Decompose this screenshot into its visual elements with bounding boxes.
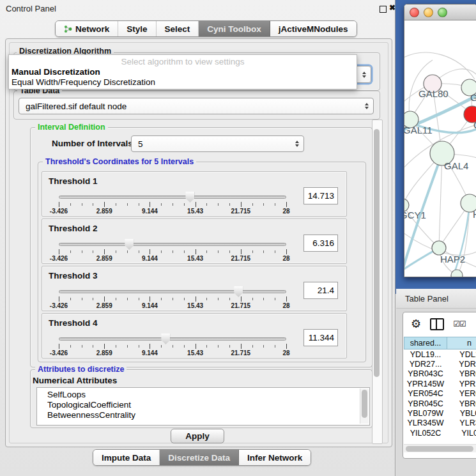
name-cell[interactable]: YBR0 [447, 369, 476, 379]
table-row[interactable]: YER054CYER0 [404, 389, 476, 399]
tick-label: 21.715 [231, 349, 251, 357]
algorithm-option-equal-width[interactable]: Equal Width/Frequency Discretization [12, 77, 155, 87]
shared-name-cell[interactable]: YDR27... [404, 359, 447, 369]
network-node[interactable] [451, 270, 463, 277]
algorithm-option-manual[interactable]: Manual Discretization [12, 67, 100, 77]
tick-mark [150, 296, 150, 302]
shared-name-cell[interactable]: YLR345W [404, 418, 447, 428]
slider-thumb[interactable] [125, 239, 134, 250]
table-row[interactable]: YBR045CYBR0 [404, 399, 476, 408]
slider-track[interactable] [59, 337, 286, 341]
attribute-item[interactable]: TopologicalCoefficient [37, 400, 369, 410]
algorithm-popup-prompt: Select algorithm to view settings [9, 57, 357, 66]
name-cell[interactable]: YPR1 [447, 379, 476, 388]
tick-mark [139, 203, 139, 206]
table-row[interactable]: YLR345WYLR3 [404, 418, 476, 428]
tick-mark [116, 250, 116, 253]
tick-mark [127, 203, 128, 206]
table-row[interactable]: YDL19...YDL1 [404, 349, 476, 359]
shared-name-cell[interactable]: YBR045C [404, 399, 447, 408]
shared-name-cell[interactable]: YBR043C [404, 369, 447, 379]
tick-mark [93, 298, 93, 300]
table-settings-gear-icon[interactable]: ⚙ [411, 318, 421, 330]
close-traffic-light[interactable] [410, 8, 419, 17]
close-panel-icon[interactable]: ✖ [389, 3, 395, 12]
table-row[interactable]: YBR043CYBR0 [404, 369, 476, 379]
tab-discretize-data[interactable]: Discretize Data [160, 450, 239, 465]
table-row[interactable]: YDR27...YDR2 [404, 359, 476, 369]
table-horizontal-scrollbar[interactable] [404, 444, 476, 452]
tab-infer-network[interactable]: Infer Network [239, 450, 311, 465]
threshold-1-slider[interactable]: -3.4262.8599.14415.4321.71528 [59, 194, 286, 215]
table-data-select[interactable]: galFiltered.sif default node [19, 98, 374, 114]
tab-impute-data[interactable]: Impute Data [93, 450, 160, 465]
attribute-item[interactable]: SelfLoops [37, 390, 369, 400]
tick-label: 15.43 [187, 255, 203, 262]
main-vscroll-thumb[interactable] [374, 129, 380, 377]
threshold-3-value-field[interactable]: 21.4 [303, 282, 338, 299]
name-cell[interactable]: YBL0 [447, 408, 476, 418]
algorithm-select-stepper [362, 72, 366, 78]
slider-track[interactable] [59, 196, 286, 199]
table-hscroll-thumb[interactable] [406, 446, 473, 452]
slider-tick-labels: -3.4262.8599.14415.4321.71528 [59, 302, 286, 309]
shared-name-cell[interactable]: YBL079W [404, 408, 447, 418]
threshold-3-slider[interactable]: -3.4262.8599.14415.4321.71528 [59, 288, 286, 310]
table-row[interactable]: YBL079WYBL0 [404, 408, 476, 418]
threshold-2-panel: Threshold 2 -3.4262.8599.14415.4321.7152… [42, 219, 347, 264]
shared-name-cell[interactable]: YER054C [404, 389, 447, 399]
threshold-4-value-field[interactable]: 11.344 [303, 329, 338, 346]
attributes-scroll-thumb[interactable] [362, 390, 367, 418]
threshold-2-value-field[interactable]: 6.316 [303, 234, 338, 252]
shared-name-cell[interactable]: YIL052C [404, 428, 447, 438]
name-cell[interactable]: YER0 [447, 389, 476, 399]
main-vertical-scrollbar[interactable] [372, 119, 383, 444]
column-header-shared-name[interactable]: shared... [404, 337, 447, 349]
threshold-2-slider[interactable]: -3.4262.8599.14415.4321.71528 [59, 241, 286, 263]
attributes-list-scrollbar[interactable] [360, 388, 369, 424]
select-columns-icon[interactable]: ☑☑ [453, 319, 466, 328]
name-cell[interactable]: YDR2 [447, 359, 476, 369]
slider-track[interactable] [59, 290, 286, 293]
name-cell[interactable]: YDL1 [447, 349, 476, 359]
table-row[interactable]: YPR145WYPR1 [404, 379, 476, 388]
minimize-traffic-light[interactable] [424, 8, 433, 17]
threshold-1-value-field[interactable]: 14.713 [303, 187, 338, 204]
slider-tick-labels: -3.4262.8599.14415.4321.71528 [59, 255, 286, 262]
slider-track[interactable] [59, 243, 286, 246]
tick-mark [218, 298, 219, 300]
number-of-intervals-select[interactable]: 5 [131, 135, 304, 152]
name-cell[interactable]: YLR3 [447, 418, 476, 428]
column-layout-icon[interactable] [430, 318, 444, 330]
network-node-hap2[interactable] [432, 241, 446, 255]
network-window-titlebar[interactable] [404, 4, 476, 20]
slider-thumb[interactable] [161, 334, 170, 344]
threshold-2-label: Threshold 2 [49, 224, 98, 233]
tick-mark [150, 249, 150, 254]
network-canvas[interactable]: GAL80GACGAL11GAL4GCY1HHAP2 [404, 20, 476, 277]
tick-mark [161, 250, 162, 253]
name-cell[interactable]: YIL0 [447, 428, 476, 438]
slider-thumb[interactable] [185, 192, 194, 203]
network-nodes[interactable] [404, 75, 476, 277]
tick-mark [59, 296, 59, 302]
threshold-4-slider[interactable]: -3.4262.8599.14415.4321.71528 [59, 335, 286, 357]
tick-label: 28 [282, 255, 289, 262]
shared-name-cell[interactable]: YDL19... [404, 349, 447, 359]
tab-select[interactable]: Select [157, 21, 199, 36]
table-row[interactable]: YIL052CYIL0 [404, 428, 476, 438]
apply-button[interactable]: Apply [171, 429, 224, 443]
column-header-name[interactable]: n [447, 337, 476, 349]
tab-cyni-toolbox[interactable]: Cyni Toolbox [199, 21, 270, 36]
attribute-item[interactable]: BetweennessCentrality [37, 410, 369, 420]
tab-style[interactable]: Style [118, 21, 156, 36]
zoom-traffic-light[interactable] [438, 8, 447, 17]
slider-thumb[interactable] [234, 286, 243, 297]
name-cell[interactable]: YBR0 [447, 399, 476, 408]
shared-name-cell[interactable]: YPR145W [404, 379, 447, 388]
tick-mark [229, 345, 230, 348]
tab-jactivemnodules[interactable]: jActiveMNodules [270, 21, 357, 36]
network-graph: GAL80GACGAL11GAL4GCY1HHAP2 [404, 20, 476, 277]
float-window-icon[interactable] [380, 6, 387, 13]
tab-network[interactable]: Network [56, 21, 118, 36]
